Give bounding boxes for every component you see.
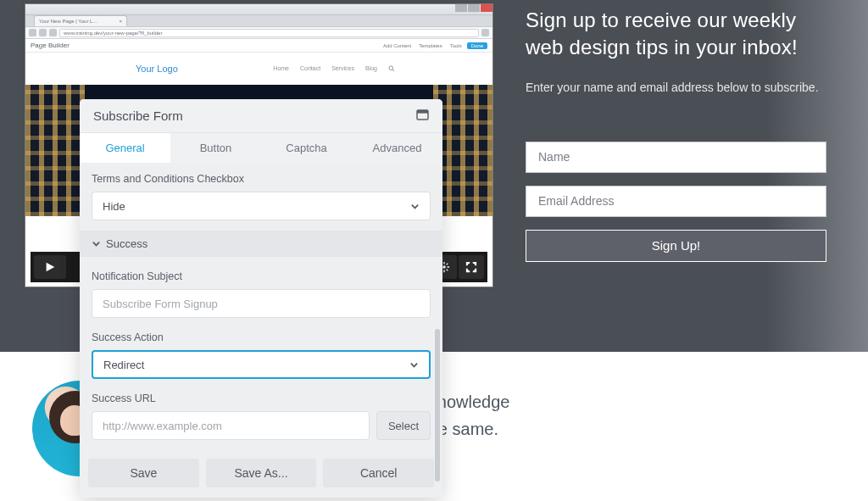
- window-close-button[interactable]: [481, 4, 492, 12]
- site-logo: Your Logo: [136, 64, 178, 74]
- reload-icon[interactable]: [49, 29, 57, 36]
- svg-line-1: [392, 70, 394, 71]
- email-input[interactable]: Email Address: [526, 186, 826, 217]
- svg-marker-2: [47, 263, 55, 272]
- tab-advanced[interactable]: Advanced: [352, 133, 442, 163]
- forward-icon[interactable]: [39, 29, 47, 36]
- tab-general[interactable]: General: [80, 133, 170, 163]
- browser-tab[interactable]: Your New Page | Your L... ×: [34, 15, 127, 26]
- success-url-label: Success URL: [92, 392, 431, 404]
- toolbar-templates[interactable]: Templates: [416, 42, 444, 49]
- select-url-button[interactable]: Select: [376, 411, 431, 440]
- save-button[interactable]: Save: [88, 459, 199, 487]
- chevron-down-icon: [409, 360, 419, 370]
- nav-services[interactable]: Services: [331, 65, 354, 73]
- notification-subject-input[interactable]: Subscribe Form Signup: [92, 289, 431, 318]
- nav-contact[interactable]: Contact: [300, 65, 320, 73]
- panel-scrollbar[interactable]: [435, 329, 440, 482]
- success-action-label: Success Action: [92, 331, 431, 343]
- hero-subtext: Enter your name and email address below …: [526, 81, 832, 94]
- success-section-header[interactable]: Success: [80, 231, 442, 257]
- tab-button[interactable]: Button: [170, 133, 261, 163]
- menu-icon[interactable]: [481, 29, 489, 36]
- nav-blog[interactable]: Blog: [365, 65, 377, 73]
- success-action-select[interactable]: Redirect: [92, 350, 431, 379]
- hero-heading: Sign up to receive our weekly web design…: [526, 7, 832, 62]
- success-section-title: Success: [106, 237, 147, 250]
- terms-select[interactable]: Hide: [92, 192, 431, 220]
- toolbar-add-content[interactable]: Add Content: [381, 42, 414, 49]
- success-action-value: Redirect: [103, 359, 144, 371]
- browser-tab-title: Your New Page | Your L...: [39, 19, 97, 24]
- success-url-input[interactable]: http://www.example.com: [92, 411, 370, 440]
- back-icon[interactable]: [29, 29, 36, 36]
- toolbar-tools[interactable]: Tools: [448, 42, 465, 49]
- search-icon[interactable]: [388, 65, 395, 73]
- terms-value: Hide: [103, 200, 125, 213]
- signup-button[interactable]: Sign Up!: [526, 230, 826, 262]
- page-builder-title: Page Builder: [31, 42, 70, 49]
- window-titlebar: [25, 4, 492, 15]
- panel-title: Subscribe Form: [93, 109, 183, 123]
- cancel-button[interactable]: Cancel: [323, 459, 434, 487]
- name-input[interactable]: Name: [526, 142, 826, 173]
- terms-label: Terms and Conditions Checkbox: [92, 173, 431, 185]
- tab-captcha[interactable]: Captcha: [261, 133, 352, 163]
- tab-close-icon[interactable]: ×: [119, 19, 122, 24]
- play-button[interactable]: [34, 255, 66, 279]
- fullscreen-icon[interactable]: [459, 255, 484, 279]
- save-as-button[interactable]: Save As...: [206, 459, 317, 487]
- window-minimize-button[interactable]: [455, 4, 467, 12]
- window-maximize-button[interactable]: [468, 4, 480, 12]
- subscribe-form-panel: Subscribe Form General Button Captcha Ad…: [80, 99, 442, 498]
- svg-point-0: [389, 66, 393, 70]
- expand-icon[interactable]: [416, 109, 429, 124]
- nav-home[interactable]: Home: [273, 65, 289, 73]
- svg-rect-5: [417, 109, 428, 113]
- toolbar-done[interactable]: Done: [467, 42, 487, 49]
- chevron-down-icon: [410, 202, 420, 211]
- address-bar[interactable]: www.training.dev/your-new-page/?fl_build…: [59, 29, 479, 37]
- svg-point-3: [442, 265, 446, 269]
- notification-subject-label: Notification Subject: [92, 270, 431, 282]
- chevron-down-icon: [92, 239, 101, 248]
